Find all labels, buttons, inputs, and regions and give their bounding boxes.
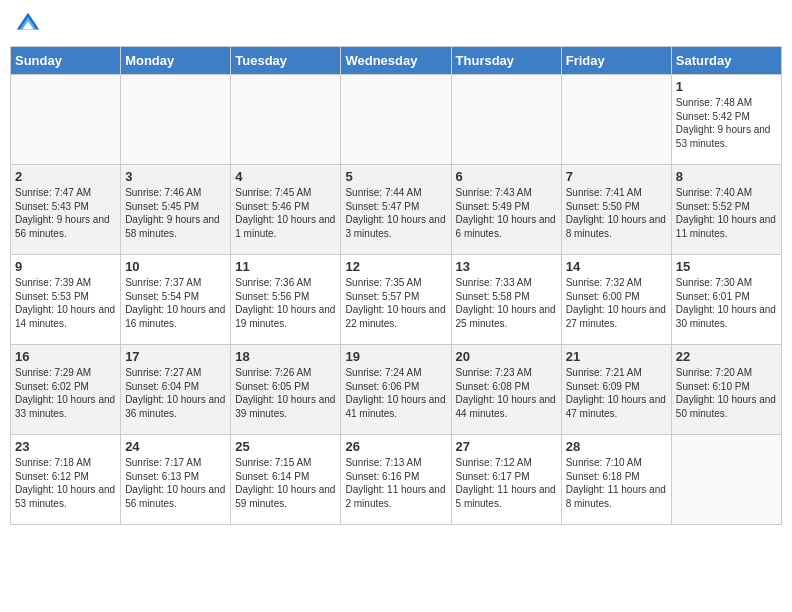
day-info: Sunrise: 7:43 AM Sunset: 5:49 PM Dayligh…: [456, 186, 557, 240]
calendar-day-cell: 4Sunrise: 7:45 AM Sunset: 5:46 PM Daylig…: [231, 165, 341, 255]
day-of-week-header: Sunday: [11, 47, 121, 75]
calendar-table: SundayMondayTuesdayWednesdayThursdayFrid…: [10, 46, 782, 525]
day-info: Sunrise: 7:13 AM Sunset: 6:16 PM Dayligh…: [345, 456, 446, 510]
calendar-day-cell: 1Sunrise: 7:48 AM Sunset: 5:42 PM Daylig…: [671, 75, 781, 165]
day-info: Sunrise: 7:44 AM Sunset: 5:47 PM Dayligh…: [345, 186, 446, 240]
day-info: Sunrise: 7:17 AM Sunset: 6:13 PM Dayligh…: [125, 456, 226, 510]
calendar-day-cell: [231, 75, 341, 165]
day-info: Sunrise: 7:10 AM Sunset: 6:18 PM Dayligh…: [566, 456, 667, 510]
day-number: 28: [566, 439, 667, 454]
day-info: Sunrise: 7:20 AM Sunset: 6:10 PM Dayligh…: [676, 366, 777, 420]
logo-icon: [14, 10, 42, 38]
day-info: Sunrise: 7:48 AM Sunset: 5:42 PM Dayligh…: [676, 96, 777, 150]
calendar-day-cell: 17Sunrise: 7:27 AM Sunset: 6:04 PM Dayli…: [121, 345, 231, 435]
day-number: 1: [676, 79, 777, 94]
calendar-day-cell: 2Sunrise: 7:47 AM Sunset: 5:43 PM Daylig…: [11, 165, 121, 255]
day-number: 27: [456, 439, 557, 454]
calendar-day-cell: [451, 75, 561, 165]
calendar-day-cell: 9Sunrise: 7:39 AM Sunset: 5:53 PM Daylig…: [11, 255, 121, 345]
calendar-day-cell: 8Sunrise: 7:40 AM Sunset: 5:52 PM Daylig…: [671, 165, 781, 255]
day-info: Sunrise: 7:23 AM Sunset: 6:08 PM Dayligh…: [456, 366, 557, 420]
calendar-day-cell: [121, 75, 231, 165]
day-number: 22: [676, 349, 777, 364]
day-number: 8: [676, 169, 777, 184]
calendar-day-cell: 7Sunrise: 7:41 AM Sunset: 5:50 PM Daylig…: [561, 165, 671, 255]
day-info: Sunrise: 7:35 AM Sunset: 5:57 PM Dayligh…: [345, 276, 446, 330]
day-info: Sunrise: 7:47 AM Sunset: 5:43 PM Dayligh…: [15, 186, 116, 240]
day-number: 2: [15, 169, 116, 184]
day-info: Sunrise: 7:41 AM Sunset: 5:50 PM Dayligh…: [566, 186, 667, 240]
day-number: 7: [566, 169, 667, 184]
calendar-day-cell: 24Sunrise: 7:17 AM Sunset: 6:13 PM Dayli…: [121, 435, 231, 525]
day-info: Sunrise: 7:12 AM Sunset: 6:17 PM Dayligh…: [456, 456, 557, 510]
day-info: Sunrise: 7:24 AM Sunset: 6:06 PM Dayligh…: [345, 366, 446, 420]
calendar-day-cell: 18Sunrise: 7:26 AM Sunset: 6:05 PM Dayli…: [231, 345, 341, 435]
calendar-day-cell: 22Sunrise: 7:20 AM Sunset: 6:10 PM Dayli…: [671, 345, 781, 435]
day-info: Sunrise: 7:18 AM Sunset: 6:12 PM Dayligh…: [15, 456, 116, 510]
day-number: 10: [125, 259, 226, 274]
calendar-week-row: 9Sunrise: 7:39 AM Sunset: 5:53 PM Daylig…: [11, 255, 782, 345]
day-of-week-header: Tuesday: [231, 47, 341, 75]
calendar-day-cell: [561, 75, 671, 165]
day-number: 21: [566, 349, 667, 364]
calendar-day-cell: 16Sunrise: 7:29 AM Sunset: 6:02 PM Dayli…: [11, 345, 121, 435]
day-of-week-header: Thursday: [451, 47, 561, 75]
calendar-day-cell: 6Sunrise: 7:43 AM Sunset: 5:49 PM Daylig…: [451, 165, 561, 255]
calendar-week-row: 1Sunrise: 7:48 AM Sunset: 5:42 PM Daylig…: [11, 75, 782, 165]
day-number: 6: [456, 169, 557, 184]
calendar-header-row: SundayMondayTuesdayWednesdayThursdayFrid…: [11, 47, 782, 75]
day-number: 17: [125, 349, 226, 364]
logo: [14, 10, 46, 38]
day-number: 11: [235, 259, 336, 274]
calendar-day-cell: 11Sunrise: 7:36 AM Sunset: 5:56 PM Dayli…: [231, 255, 341, 345]
calendar-day-cell: 3Sunrise: 7:46 AM Sunset: 5:45 PM Daylig…: [121, 165, 231, 255]
calendar-week-row: 23Sunrise: 7:18 AM Sunset: 6:12 PM Dayli…: [11, 435, 782, 525]
page-header: [10, 10, 782, 38]
day-of-week-header: Friday: [561, 47, 671, 75]
day-number: 3: [125, 169, 226, 184]
day-number: 23: [15, 439, 116, 454]
day-number: 19: [345, 349, 446, 364]
calendar-week-row: 16Sunrise: 7:29 AM Sunset: 6:02 PM Dayli…: [11, 345, 782, 435]
calendar-day-cell: 28Sunrise: 7:10 AM Sunset: 6:18 PM Dayli…: [561, 435, 671, 525]
day-info: Sunrise: 7:29 AM Sunset: 6:02 PM Dayligh…: [15, 366, 116, 420]
calendar-day-cell: 20Sunrise: 7:23 AM Sunset: 6:08 PM Dayli…: [451, 345, 561, 435]
calendar-day-cell: [671, 435, 781, 525]
day-info: Sunrise: 7:40 AM Sunset: 5:52 PM Dayligh…: [676, 186, 777, 240]
day-of-week-header: Monday: [121, 47, 231, 75]
calendar-day-cell: 5Sunrise: 7:44 AM Sunset: 5:47 PM Daylig…: [341, 165, 451, 255]
calendar-day-cell: 13Sunrise: 7:33 AM Sunset: 5:58 PM Dayli…: [451, 255, 561, 345]
day-info: Sunrise: 7:33 AM Sunset: 5:58 PM Dayligh…: [456, 276, 557, 330]
day-info: Sunrise: 7:37 AM Sunset: 5:54 PM Dayligh…: [125, 276, 226, 330]
day-of-week-header: Wednesday: [341, 47, 451, 75]
calendar-week-row: 2Sunrise: 7:47 AM Sunset: 5:43 PM Daylig…: [11, 165, 782, 255]
calendar-day-cell: 21Sunrise: 7:21 AM Sunset: 6:09 PM Dayli…: [561, 345, 671, 435]
day-number: 20: [456, 349, 557, 364]
day-number: 16: [15, 349, 116, 364]
day-info: Sunrise: 7:26 AM Sunset: 6:05 PM Dayligh…: [235, 366, 336, 420]
day-info: Sunrise: 7:15 AM Sunset: 6:14 PM Dayligh…: [235, 456, 336, 510]
day-number: 26: [345, 439, 446, 454]
calendar-day-cell: 19Sunrise: 7:24 AM Sunset: 6:06 PM Dayli…: [341, 345, 451, 435]
day-number: 24: [125, 439, 226, 454]
day-number: 12: [345, 259, 446, 274]
day-number: 14: [566, 259, 667, 274]
calendar-day-cell: 26Sunrise: 7:13 AM Sunset: 6:16 PM Dayli…: [341, 435, 451, 525]
day-info: Sunrise: 7:32 AM Sunset: 6:00 PM Dayligh…: [566, 276, 667, 330]
day-number: 25: [235, 439, 336, 454]
calendar-day-cell: 27Sunrise: 7:12 AM Sunset: 6:17 PM Dayli…: [451, 435, 561, 525]
calendar-day-cell: 25Sunrise: 7:15 AM Sunset: 6:14 PM Dayli…: [231, 435, 341, 525]
day-of-week-header: Saturday: [671, 47, 781, 75]
day-info: Sunrise: 7:39 AM Sunset: 5:53 PM Dayligh…: [15, 276, 116, 330]
calendar-day-cell: [11, 75, 121, 165]
day-number: 15: [676, 259, 777, 274]
day-info: Sunrise: 7:46 AM Sunset: 5:45 PM Dayligh…: [125, 186, 226, 240]
day-info: Sunrise: 7:21 AM Sunset: 6:09 PM Dayligh…: [566, 366, 667, 420]
calendar-day-cell: 23Sunrise: 7:18 AM Sunset: 6:12 PM Dayli…: [11, 435, 121, 525]
calendar-day-cell: 12Sunrise: 7:35 AM Sunset: 5:57 PM Dayli…: [341, 255, 451, 345]
day-number: 5: [345, 169, 446, 184]
day-number: 13: [456, 259, 557, 274]
day-number: 18: [235, 349, 336, 364]
day-number: 9: [15, 259, 116, 274]
day-info: Sunrise: 7:30 AM Sunset: 6:01 PM Dayligh…: [676, 276, 777, 330]
